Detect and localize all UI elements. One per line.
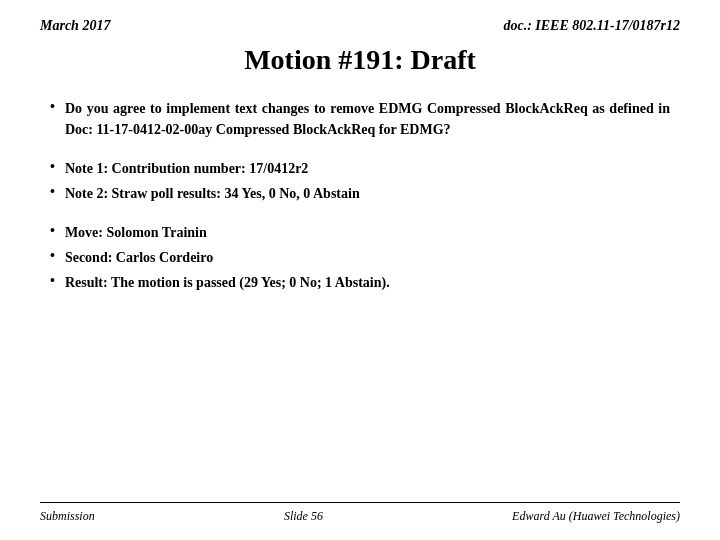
- bullet-text-note1: Note 1: Contribution number: 17/0412r2: [65, 158, 308, 179]
- footer-author: Edward Au (Huawei Technologies): [512, 509, 680, 524]
- header: March 2017 doc.: IEEE 802.11-17/0187r12: [40, 18, 680, 34]
- bullet-item-result: • Result: The motion is passed (29 Yes; …: [50, 272, 670, 293]
- bullet-item-move: • Move: Solomon Trainin: [50, 222, 670, 243]
- bullet-dot-result: •: [50, 273, 55, 289]
- header-date: March 2017: [40, 18, 110, 34]
- bullet-dot-note1: •: [50, 159, 55, 175]
- bullet-item-note2: • Note 2: Straw poll results: 34 Yes, 0 …: [50, 183, 670, 204]
- main-question-section: • Do you agree to implement text changes…: [50, 98, 670, 140]
- bullet-dot-note2: •: [50, 184, 55, 200]
- footer: Submission Slide 56 Edward Au (Huawei Te…: [40, 502, 680, 524]
- bullet-dot-main: •: [50, 99, 55, 115]
- page: March 2017 doc.: IEEE 802.11-17/0187r12 …: [0, 0, 720, 540]
- bullet-item-main: • Do you agree to implement text changes…: [50, 98, 670, 140]
- footer-slide: Slide 56: [284, 509, 323, 524]
- bullet-text-move: Move: Solomon Trainin: [65, 222, 207, 243]
- footer-submission: Submission: [40, 509, 95, 524]
- content-area: • Do you agree to implement text changes…: [40, 98, 680, 494]
- bullet-text-note2: Note 2: Straw poll results: 34 Yes, 0 No…: [65, 183, 360, 204]
- bullet-dot-second: •: [50, 248, 55, 264]
- bullet-item-second: • Second: Carlos Cordeiro: [50, 247, 670, 268]
- bullet-text-result: Result: The motion is passed (29 Yes; 0 …: [65, 272, 390, 293]
- header-doc: doc.: IEEE 802.11-17/0187r12: [503, 18, 680, 34]
- bullet-dot-move: •: [50, 223, 55, 239]
- page-title: Motion #191: Draft: [40, 44, 680, 76]
- notes-section: • Note 1: Contribution number: 17/0412r2…: [50, 158, 670, 204]
- bullet-text-main: Do you agree to implement text changes t…: [65, 98, 670, 140]
- bullet-text-second: Second: Carlos Cordeiro: [65, 247, 213, 268]
- bullet-item-note1: • Note 1: Contribution number: 17/0412r2: [50, 158, 670, 179]
- result-section: • Move: Solomon Trainin • Second: Carlos…: [50, 222, 670, 293]
